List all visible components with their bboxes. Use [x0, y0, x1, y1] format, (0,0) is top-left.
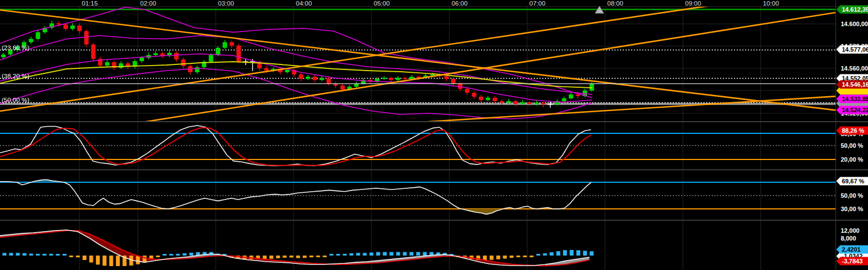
macd-value-tag: 2,4201 [836, 246, 868, 254]
svg-text:(23,60 %): (23,60 %) [2, 44, 29, 51]
stoch-value-tag: 88,26 % [836, 127, 868, 135]
svg-text:14.546,160: 14.546,160 [842, 81, 868, 88]
svg-text:07:00: 07:00 [529, 0, 545, 7]
svg-text:14.612,353: 14.612,353 [842, 6, 868, 13]
price-axis: 14.600,00014.580,00014.560,00014.540,000… [836, 6, 868, 266]
svg-text:2,4201: 2,4201 [842, 246, 861, 253]
svg-text:14.524,22: 14.524,22 [842, 107, 868, 113]
svg-text:14.577,061: 14.577,061 [842, 46, 868, 53]
rsi-panel [0, 179, 836, 214]
svg-text:02:00: 02:00 [140, 0, 156, 7]
svg-text:03:00: 03:00 [218, 0, 234, 7]
svg-text:12,000: 12,000 [841, 227, 860, 234]
svg-text:10:00: 10:00 [763, 0, 779, 7]
svg-text:20,00 %: 20,00 % [841, 156, 864, 163]
svg-text:14.600,000: 14.600,000 [841, 21, 868, 27]
svg-text:06:00: 06:00 [452, 0, 468, 7]
trading-chart-window: 01:1502:0003:0004:0005:0006:0007:0008:00… [0, 0, 868, 270]
svg-text:14.560,000: 14.560,000 [841, 65, 868, 72]
svg-text:01:15: 01:15 [82, 0, 98, 7]
time-axis-labels: 01:1502:0003:0004:0005:0006:0007:0008:00… [82, 0, 779, 7]
price-tag: 14.546,160 [836, 81, 868, 89]
svg-text:50,00 %: 50,00 % [841, 142, 864, 149]
svg-text:(50,00 %): (50,00 %) [2, 97, 29, 103]
svg-text:88,26 %: 88,26 % [842, 127, 865, 134]
price-tag: 14.612,353 [836, 6, 868, 14]
price-tag: 14.524,22 [836, 106, 868, 114]
svg-text:8,000: 8,000 [841, 235, 856, 242]
svg-text:04:00: 04:00 [296, 0, 312, 7]
svg-text:05:00: 05:00 [374, 0, 390, 7]
svg-text:(38,20 %): (38,20 %) [2, 73, 29, 79]
macd-value-tag: -3,7843 [836, 257, 868, 266]
panel-separators [0, 0, 868, 270]
svg-text:09:00: 09:00 [685, 0, 701, 7]
price-tag: 14.533,88 [836, 95, 868, 103]
rsi-value-tag: 69,67 % [836, 177, 868, 186]
svg-text:50,00 %: 50,00 % [841, 192, 864, 199]
svg-text:-3,7843: -3,7843 [842, 258, 862, 264]
macd-panel [0, 230, 589, 266]
svg-text:08:00: 08:00 [607, 0, 623, 7]
fibonacci-labels: (23,60 %)(38,20 %)(50,00 %) [2, 44, 29, 103]
svg-text:30,00 %: 30,00 % [841, 206, 864, 212]
stochastic-panel [0, 126, 836, 166]
svg-text:14.533,88: 14.533,88 [842, 96, 868, 102]
chart-plot-area[interactable]: 01:1502:0003:0004:0005:0006:0007:0008:00… [0, 0, 868, 270]
price-tag: 14.577,061 [836, 46, 868, 54]
svg-text:69,67 %: 69,67 % [842, 178, 865, 184]
